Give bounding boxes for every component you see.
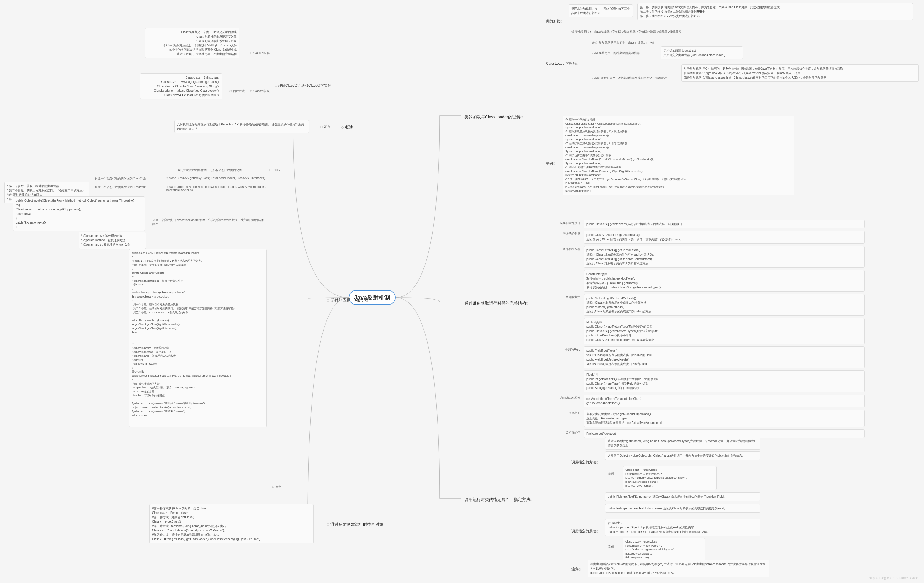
structure-key: 类所在的包 [548, 429, 580, 435]
box-cl-3load-items: 引导类加载器 用C++编写的，是JVM自带的类装载器，负责Java平台核心类库，… [681, 64, 919, 82]
box-load-steps: 第一步：类的加载 将类的class文件 读入内存，并为之创建一个java.lan… [637, 3, 913, 20]
node-def-label: 定义 [317, 123, 334, 130]
box-b6-s1code: Class clazz = Person.class; Person perso… [623, 466, 716, 490]
node-class-understand: 理解Class类并获取Class类的实例 [272, 82, 334, 89]
structure-key: Annotation相关 [548, 395, 580, 400]
node-proxy-m2-desc: 创建一个动态代理类所对应的Class对象 [92, 184, 149, 190]
node-proxy: Proxy [266, 167, 283, 173]
structure-key: 全部的方法 [548, 294, 580, 299]
node-create-runtime: 通过反射创建运行时类的对象 [323, 520, 387, 529]
node-overview: 概述 [338, 123, 356, 132]
box-class-get: Class clazz = String.class; Class clazz … [140, 73, 222, 99]
node-b6-s1ex: 举例 [605, 471, 617, 477]
node-proxy-m2: static Object newProxyInstance(ClassLoad… [163, 184, 277, 193]
box-invoke-sig: public Object invoke(Object theProxy, Me… [13, 197, 145, 231]
node-proxy-desc: 专门完成代理的操作类，是所有动态代理类的父类。 [174, 167, 248, 173]
box-b6-s2a: public Field getField(String name) 返回此Cl… [605, 492, 761, 501]
node-load-run: 运行过程 源文件->java编译器->字节码->类装载器->字节码校验器->解释… [569, 29, 685, 35]
structure-value: 获取父类泛型类型：Type getGenericSuperclass() 泛型类… [584, 410, 865, 427]
structure-value: public Class<?>[] getInterfaces() 确定此对象所… [584, 220, 865, 228]
structure-key: 实现的全部接口 [548, 220, 580, 225]
node-class-get: Class的获取 [247, 88, 272, 94]
structure-value: public Constructor<T>[] getConstructors(… [584, 246, 865, 268]
node-classloader: 类的加载与ClassLoader的理解 [461, 113, 528, 122]
structure-value: Field方法中： public int getModifiers() 以整数形… [584, 370, 865, 392]
node-cl-understand: ClassLoader的理解 [543, 60, 582, 68]
box-b6-s1b: 之后使用Object invoke(Object obj, Object[] a… [605, 451, 761, 460]
node-proxy-m1: static Class<?> getProxyClass(ClassLoade… [163, 175, 268, 181]
node-cl-example: 举例 [543, 160, 559, 167]
node-cl-def: 定义 类加载器是用来把类（class）装载进内存的 [589, 40, 658, 46]
box-b6-s1a: 通过Class类的getMethod(String name,Class...p… [605, 437, 761, 450]
structure-value: Method类中： public Class<?> getReturnType(… [584, 318, 865, 344]
node-class-meaning: Class的理解 [247, 50, 272, 56]
node-b6-s2ex: 举例 [605, 544, 617, 550]
box-cl-jvm-items: 启动类加载器 (bootstrap) 用户自定义类加载器 (user-defin… [661, 46, 743, 59]
structure-key [548, 370, 580, 372]
node-load-class: 类的加载 [543, 18, 566, 25]
box-invoke-params: * @param proxy：被代理的对象 * @param method：被代… [79, 231, 146, 249]
box-load-pre: 类还未被加载到内存中，系统会通过如下三个步骤来对类进行初始化 [569, 4, 633, 17]
node-invoke-runtime: 调用运行时类的指定属性、指定方法 [461, 495, 537, 504]
structure-key: 全部的构造器 [548, 246, 580, 251]
structure-key: 所继承的父类 [548, 231, 580, 236]
box-b6-s2b: public Field getDeclaredField(String nam… [605, 504, 761, 513]
structure-value: public Method[] getDeclaredMethods() 返回此… [584, 294, 865, 316]
structure-key [548, 318, 580, 319]
node-dynamic-proxy: 反射的应用：动态代理 [323, 296, 375, 305]
box-class-meaning: Class本身也是一个类，Class是反射的源头 Class 对象只能由系统建立… [145, 28, 239, 58]
node-class-get-4ways: 四种方式 [226, 88, 248, 94]
box-b6-s2code: Class clazz = Person.class; Person perso… [623, 538, 705, 562]
box-b6-s3text: 在类中属性都设置为private的前提下，在使用set()和get()方法时，首… [587, 560, 769, 577]
structure-key: 泛型相关 [548, 410, 580, 415]
box-example-code: public class XiaoMiFactory implements In… [129, 249, 267, 427]
node-full-structure: 通过反射获取运行时类的完整结构 [461, 299, 533, 308]
structure-value: public Class<? Super T> getSuperclass() … [584, 231, 865, 244]
structure-key [548, 270, 580, 271]
node-def-text: 反射机制允许程序在执行期借助于Reflection API取得任何类的内部信息，… [174, 120, 309, 133]
node-proxy-m1-desc: 创建一个动态代理类所对应的Class对象 [92, 175, 149, 182]
node-invoke-desc: 创建一个实现接口InvocationHandler的类，它必须实现invoke方… [149, 217, 267, 228]
box-cl-example-code: //1.获取一个系统类加载器 ClassLoader classloader =… [563, 116, 794, 195]
box-create-runtime-code: //第一种方式获取Class的对象：类名.class Class clazz =… [149, 504, 314, 543]
structure-key: 全部的Field [548, 347, 580, 352]
watermark: https://blog.csdn.net/love_xxtao [869, 576, 918, 580]
node-invoke-note: 注意 [569, 566, 585, 573]
node-invoke-method: 调用指定的方法 [569, 459, 602, 466]
structure-value: get Annotation(Class<T> annotationClass)… [584, 395, 865, 408]
node-cl-3load: JVM在运行时会产生3个类加载器组成的初始化加载器层次 [589, 75, 670, 81]
node-cl-jvm: JVM 规范定义了两种类型的类加载器 [589, 50, 643, 56]
structure-value: Constructor类中： 取得修饰符：public int getModif… [584, 270, 865, 292]
structure-value: public Field[] getFields() 返回此Class对象所表示… [584, 347, 865, 368]
node-invoke-field: 调用指定的属性 [569, 528, 602, 535]
node-example-label: 举例 [269, 484, 284, 490]
box-b6-s2c: 在Field中： public Object get(Object obj) 取… [605, 519, 761, 536]
